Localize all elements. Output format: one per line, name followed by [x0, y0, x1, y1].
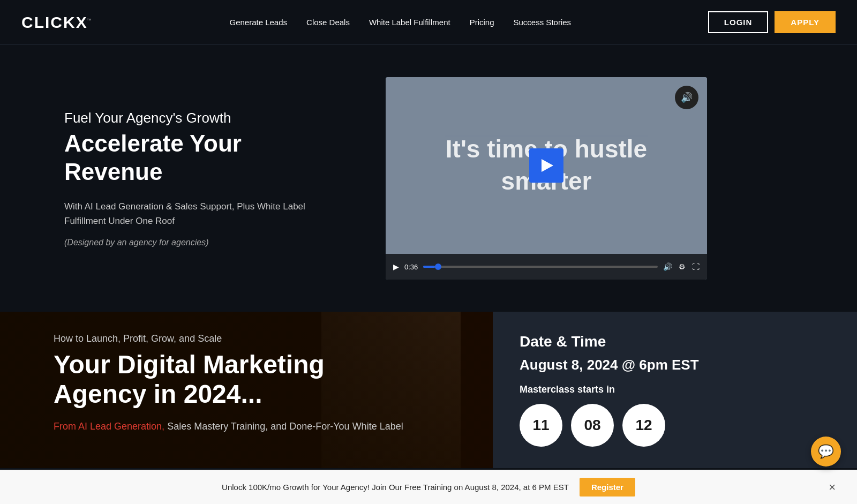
- video-play-button[interactable]: [529, 148, 563, 183]
- date-title: Date & Time: [520, 333, 830, 350]
- nav-link-close-deals[interactable]: Close Deals: [306, 18, 350, 27]
- navbar: CLICKX™ Generate Leads Close Deals White…: [0, 0, 857, 45]
- video-fullscreen-icon[interactable]: ⛶: [692, 262, 700, 271]
- lower-main-title: Your Digital Marketing Agency in 2024...: [54, 350, 450, 409]
- nav-links: Generate Leads Close Deals White Label F…: [229, 18, 571, 27]
- nav-link-generate-leads[interactable]: Generate Leads: [229, 18, 287, 27]
- logo-text: CLICKX™: [21, 13, 93, 32]
- video-progress-fill: [423, 266, 435, 268]
- nav-item-white-label[interactable]: White Label Fulfillment: [369, 18, 450, 27]
- nav-item-generate-leads[interactable]: Generate Leads: [229, 18, 287, 27]
- apply-button[interactable]: APPLY: [775, 11, 836, 33]
- lower-pre-title: How to Launch, Profit, Grow, and Scale: [54, 333, 450, 344]
- lower-title-line2: Agency in 2024...: [54, 380, 262, 408]
- lower-left: How to Launch, Profit, Grow, and Scale Y…: [0, 312, 493, 468]
- video-settings-icon[interactable]: ⚙: [679, 262, 686, 271]
- countdown: 11 08 12: [520, 404, 830, 447]
- chat-icon: 💬: [818, 444, 834, 459]
- logo[interactable]: CLICKX™: [21, 13, 93, 32]
- starts-in-label: Masterclass starts in: [520, 384, 830, 395]
- login-button[interactable]: LOGIN: [708, 11, 769, 33]
- hero-tagline: (Designed by an agency for agencies): [64, 238, 343, 247]
- hero-description: With AI Lead Generation & Sales Support,…: [64, 199, 343, 228]
- nav-buttons: LOGIN APPLY: [708, 11, 836, 33]
- video-progress-dot: [435, 264, 441, 270]
- nav-link-pricing[interactable]: Pricing: [470, 18, 494, 27]
- lower-sub-text-rest: Sales Mastery Training, and Done-For-You…: [164, 421, 403, 432]
- hero-title: Accelerate Your Revenue: [64, 130, 343, 186]
- video-controls: ▶ 0:36 🔊 ⚙ ⛶: [386, 254, 707, 280]
- countdown-seconds: 12: [622, 404, 665, 447]
- nav-item-close-deals[interactable]: Close Deals: [306, 18, 350, 27]
- hero-subtitle: Fuel Your Agency's Growth: [64, 109, 343, 127]
- video-volume-icon[interactable]: 🔊: [663, 262, 672, 271]
- video-container: It's time to hustle smarter 🔊 ▶ 0:36 🔊 ⚙…: [386, 77, 707, 280]
- hero-text: Fuel Your Agency's Growth Accelerate You…: [64, 109, 343, 247]
- lower-right: Date & Time August 8, 2024 @ 6pm EST Mas…: [493, 312, 857, 468]
- video-ctrl-icons: 🔊 ⚙ ⛶: [663, 262, 700, 271]
- video-ctrl-play-icon[interactable]: ▶: [393, 262, 399, 271]
- video-mute-button[interactable]: 🔊: [675, 86, 698, 109]
- countdown-minutes: 08: [571, 404, 614, 447]
- video-content: It's time to hustle smarter 🔊: [386, 77, 707, 254]
- lower-sub-text: From AI Lead Generation, Sales Mastery T…: [54, 419, 450, 434]
- lower-highlight-text: From AI Lead Generation,: [54, 421, 164, 432]
- nav-item-pricing[interactable]: Pricing: [470, 18, 494, 27]
- video-progress-bar[interactable]: [423, 266, 658, 268]
- countdown-hours: 11: [520, 404, 562, 447]
- video-timestamp: 0:36: [404, 263, 418, 271]
- nav-link-success-stories[interactable]: Success Stories: [514, 18, 572, 27]
- nav-link-white-label[interactable]: White Label Fulfillment: [369, 18, 450, 27]
- chat-bubble[interactable]: 💬: [811, 437, 841, 467]
- lower-left-content: How to Launch, Profit, Grow, and Scale Y…: [54, 333, 450, 434]
- mute-icon: 🔊: [681, 92, 693, 103]
- date-value: August 8, 2024 @ 6pm EST: [520, 357, 830, 373]
- hero-section: Fuel Your Agency's Growth Accelerate You…: [0, 45, 857, 312]
- lower-title-line1: Your Digital Marketing: [54, 350, 325, 379]
- lower-section: How to Launch, Profit, Grow, and Scale Y…: [0, 312, 857, 468]
- nav-item-success-stories[interactable]: Success Stories: [514, 18, 572, 27]
